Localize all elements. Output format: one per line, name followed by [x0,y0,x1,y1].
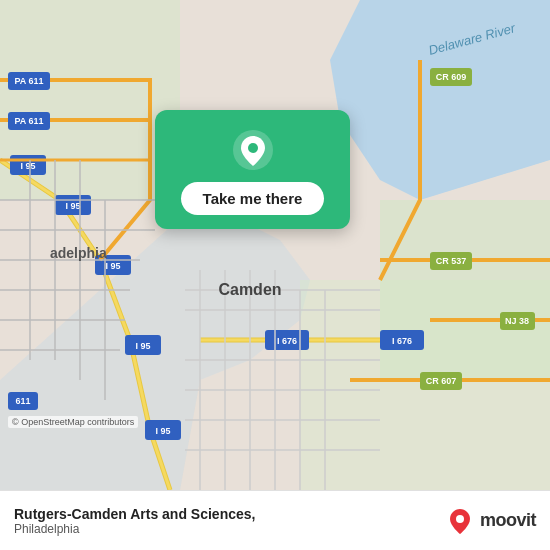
svg-text:I 95: I 95 [135,341,150,351]
svg-text:adelphia: adelphia [50,245,107,261]
take-me-there-button[interactable]: Take me there [181,182,325,215]
moovit-text: moovit [480,510,536,531]
location-info: Rutgers-Camden Arts and Sciences, Philad… [14,506,255,536]
moovit-logo[interactable]: moovit [446,507,536,535]
svg-point-61 [456,515,464,523]
svg-text:CR 537: CR 537 [436,256,467,266]
svg-text:PA 611: PA 611 [14,116,43,126]
svg-text:I 676: I 676 [392,336,412,346]
svg-text:CR 607: CR 607 [426,376,457,386]
map-container: I 95 I 95 I 95 I 95 I 95 I 676 I 676 PA … [0,0,550,490]
svg-text:NJ 38: NJ 38 [505,316,529,326]
svg-text:I 95: I 95 [20,161,35,171]
svg-point-60 [248,143,258,153]
location-city: Philadelphia [14,522,255,536]
location-name: Rutgers-Camden Arts and Sciences, [14,506,255,522]
location-pin-icon [231,128,275,172]
bottom-bar: Rutgers-Camden Arts and Sciences, Philad… [0,490,550,550]
svg-text:I 95: I 95 [105,261,120,271]
svg-text:PA 611: PA 611 [14,76,43,86]
svg-text:611: 611 [15,396,30,406]
svg-text:I 95: I 95 [65,201,80,211]
svg-text:CR 609: CR 609 [436,72,467,82]
svg-text:I 95: I 95 [155,426,170,436]
svg-text:Camden: Camden [218,281,281,298]
moovit-pin-icon [446,507,474,535]
osm-attribution: © OpenStreetMap contributors [8,416,138,428]
svg-text:I 676: I 676 [277,336,297,346]
popup-card: Take me there [155,110,350,229]
